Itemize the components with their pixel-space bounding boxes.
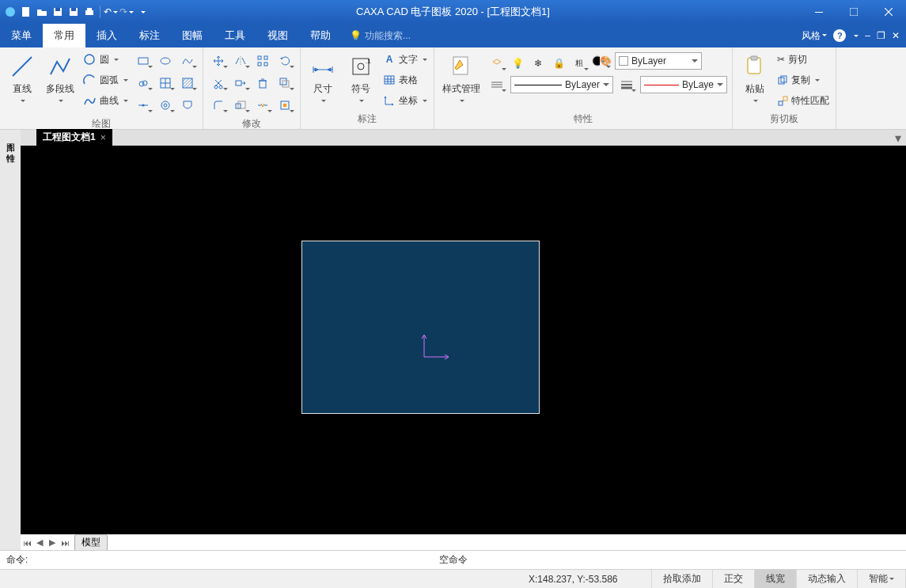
app-icon[interactable] [3,5,17,19]
saveas-icon[interactable] [66,5,81,19]
lineweight-icon[interactable] [616,74,637,95]
status-smart[interactable]: 智能 [858,570,906,588]
new-icon[interactable] [19,5,33,19]
document-tab-active[interactable]: 工程图文档1 × [36,129,112,146]
rotate-icon[interactable] [275,51,295,71]
layer-icon[interactable] [487,53,507,74]
svg-rect-29 [260,81,266,88]
color-select[interactable]: ByLayer [615,52,702,70]
freeze-icon[interactable]: ❄ [528,53,548,74]
block-icon[interactable] [155,73,176,93]
svg-point-13 [161,58,170,64]
lineweight-select[interactable]: ByLaye [640,76,727,93]
circle-button[interactable]: 圆 [81,51,130,68]
spline-icon[interactable] [177,51,198,71]
sidebar-panel-2[interactable]: 特性 [3,144,18,150]
menu-biaozhu[interactable]: 标注 [128,24,171,47]
menu-charu[interactable]: 插入 [85,24,128,47]
menu-gongju[interactable]: 工具 [214,24,256,47]
explode-icon[interactable] [275,95,295,116]
model-tab[interactable]: 模型 [74,534,108,551]
array-icon[interactable] [252,51,273,71]
stretch-icon[interactable] [230,73,251,93]
doc-close-button[interactable]: ✕ [892,30,900,41]
delete-icon[interactable] [252,73,273,93]
thick-button[interactable]: 粗 [569,53,589,74]
last-view-icon[interactable]: ⏭ [59,537,71,549]
menu-tufu[interactable]: 图幅 [171,24,214,47]
lock-icon[interactable]: 🔒 [548,53,569,74]
linetype-icon[interactable] [487,74,507,95]
copy-button[interactable]: 复制 [775,71,831,89]
match-properties-button[interactable]: 特性匹配 [775,92,831,109]
window-minimize-button[interactable] [802,0,836,24]
drawing-canvas[interactable] [21,146,906,534]
window-close-button[interactable] [871,0,906,24]
tabs-menu-icon[interactable]: ▾ [895,131,906,146]
break-icon[interactable] [252,95,273,116]
table-button[interactable]: 表格 [381,71,429,89]
menu-bangzhu[interactable]: 帮助 [299,24,342,47]
function-search[interactable]: 💡 功能搜索... [350,24,411,47]
dimension-button[interactable]: 尺寸 [305,51,340,106]
prev-view-icon[interactable]: ◀ [33,537,46,549]
menu-changyong[interactable]: 常用 [43,24,85,47]
cloud-icon[interactable] [133,73,154,93]
bulb-icon[interactable]: 💡 [507,53,528,74]
polyline-button[interactable]: 多段线 [43,51,78,106]
document-tab-label: 工程图文档1 [43,131,96,144]
qat-dropdown-icon[interactable] [135,5,150,19]
arc-button[interactable]: 圆弧 [81,71,130,89]
coord-button[interactable]: 坐标 [381,92,429,109]
status-dynamic-input[interactable]: 动态输入 [797,570,858,588]
status-lineweight[interactable]: 线宽 [755,570,797,588]
status-ortho[interactable]: 正交 [713,570,755,588]
window-maximize-button[interactable] [836,0,871,24]
offset-icon[interactable] [275,73,295,93]
save-icon[interactable] [51,5,65,19]
cut-button[interactable]: ✂剪切 [775,51,831,68]
fillet-icon[interactable] [208,95,229,116]
first-view-icon[interactable]: ⏮ [21,537,33,549]
style-dropdown[interactable]: 风格 [802,29,827,43]
trim-icon[interactable] [208,73,229,93]
command-line[interactable]: 命令: 空命令 [0,550,906,569]
svg-rect-12 [138,58,148,64]
view-tabs: ⏮ ◀ ▶ ⏭ 模型 [21,534,906,550]
mirror-icon[interactable] [230,51,251,71]
ribbon-group-annot: 尺寸 .1 符号 A文字 表格 坐标 标注 [301,47,434,129]
status-pick[interactable]: 拾取添加 [652,570,713,588]
undo-icon[interactable]: ↶ [104,5,118,19]
move-icon[interactable] [208,51,229,71]
print-icon[interactable] [82,5,97,19]
svg-rect-5 [71,8,76,11]
rectangle-icon[interactable] [133,51,154,71]
point-icon[interactable] [133,95,154,116]
text-button[interactable]: A文字 [381,51,429,68]
hatch-icon[interactable] [177,73,198,93]
close-tab-icon[interactable]: × [100,132,106,143]
symbol-button[interactable]: .1 符号 [343,51,378,106]
line-button[interactable]: 直线 [5,51,40,106]
menu-caidan[interactable]: 菜单 [0,24,43,47]
open-icon[interactable] [35,5,49,19]
paste-button[interactable]: 粘贴 [737,51,772,106]
next-view-icon[interactable]: ▶ [46,537,59,549]
doc-restore-button[interactable]: ❐ [877,30,885,41]
svg-rect-30 [280,78,286,85]
ellipse-icon[interactable] [155,51,176,71]
linetype-select[interactable]: ByLayer [510,76,613,93]
sidebar-panel-1[interactable]: 图库 [3,133,18,139]
scale-icon[interactable] [230,95,251,116]
color-icon[interactable]: 🎨 [591,51,612,71]
help-icon[interactable]: ? [833,29,846,42]
svg-point-14 [139,82,144,86]
region-icon[interactable] [177,95,198,116]
gear-icon[interactable] [155,95,176,116]
curve-button[interactable]: 曲线 [81,92,130,109]
redo-icon[interactable]: ↷ [119,5,134,19]
menu-shitu[interactable]: 视图 [256,24,299,47]
style-manager-button[interactable]: 样式管理 [439,51,483,106]
status-coordinates[interactable]: X:148.237, Y:-53.586 [517,570,652,588]
doc-minimize-button[interactable]: – [865,30,870,41]
